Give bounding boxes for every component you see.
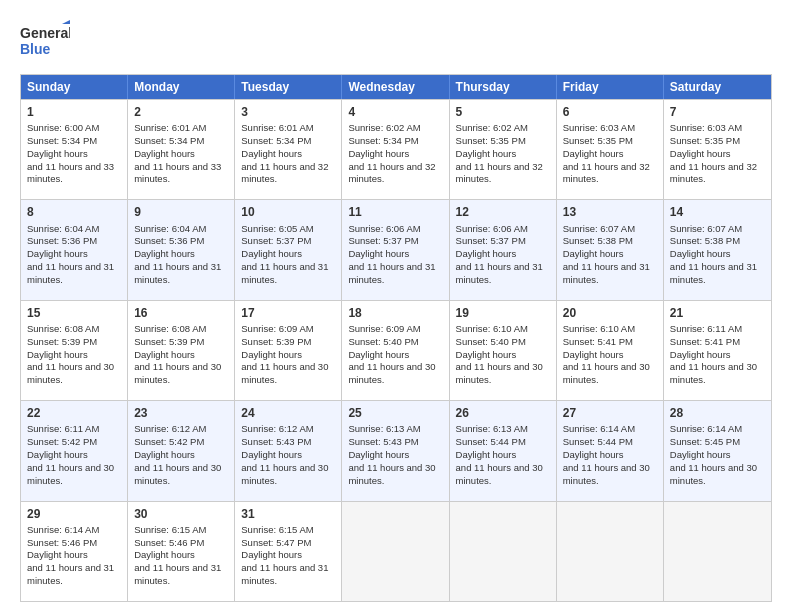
daylight-duration: and 11 hours and 30 minutes. bbox=[456, 462, 543, 486]
day-cell-3: 3 Sunrise: 6:01 AM Sunset: 5:34 PM Dayli… bbox=[235, 100, 342, 199]
daylight-duration: and 11 hours and 31 minutes. bbox=[670, 261, 757, 285]
daylight-duration: and 11 hours and 30 minutes. bbox=[241, 361, 328, 385]
sunrise: Sunrise: 6:11 AM bbox=[27, 423, 99, 434]
day-number: 6 bbox=[563, 104, 657, 120]
week-row-3: 15 Sunrise: 6:08 AM Sunset: 5:39 PM Dayl… bbox=[21, 300, 771, 400]
sunrise: Sunrise: 6:12 AM bbox=[241, 423, 313, 434]
daylight-duration: and 11 hours and 32 minutes. bbox=[241, 161, 328, 185]
day-number: 21 bbox=[670, 305, 765, 321]
empty-cell bbox=[450, 502, 557, 601]
day-cell-16: 16 Sunrise: 6:08 AM Sunset: 5:39 PM Dayl… bbox=[128, 301, 235, 400]
day-number: 25 bbox=[348, 405, 442, 421]
daylight-duration: and 11 hours and 31 minutes. bbox=[456, 261, 543, 285]
logo: General Blue bbox=[20, 20, 70, 64]
day-number: 19 bbox=[456, 305, 550, 321]
sunrise: Sunrise: 6:06 AM bbox=[456, 223, 528, 234]
sunrise: Sunrise: 6:13 AM bbox=[348, 423, 420, 434]
daylight-duration: and 11 hours and 32 minutes. bbox=[670, 161, 757, 185]
sunrise: Sunrise: 6:15 AM bbox=[241, 524, 313, 535]
sunset: Sunset: 5:40 PM bbox=[456, 336, 526, 347]
day-cell-29: 29 Sunrise: 6:14 AM Sunset: 5:46 PM Dayl… bbox=[21, 502, 128, 601]
day-cell-2: 2 Sunrise: 6:01 AM Sunset: 5:34 PM Dayli… bbox=[128, 100, 235, 199]
sunrise: Sunrise: 6:09 AM bbox=[241, 323, 313, 334]
day-cell-15: 15 Sunrise: 6:08 AM Sunset: 5:39 PM Dayl… bbox=[21, 301, 128, 400]
sunset: Sunset: 5:37 PM bbox=[456, 235, 526, 246]
sunset: Sunset: 5:34 PM bbox=[241, 135, 311, 146]
day-number: 13 bbox=[563, 204, 657, 220]
sunrise: Sunrise: 6:14 AM bbox=[670, 423, 742, 434]
sunset: Sunset: 5:38 PM bbox=[563, 235, 633, 246]
day-cell-26: 26 Sunrise: 6:13 AM Sunset: 5:44 PM Dayl… bbox=[450, 401, 557, 500]
sunrise: Sunrise: 6:02 AM bbox=[456, 122, 528, 133]
daylight-label: Daylight hours bbox=[27, 449, 88, 460]
day-cell-28: 28 Sunrise: 6:14 AM Sunset: 5:45 PM Dayl… bbox=[664, 401, 771, 500]
day-number: 5 bbox=[456, 104, 550, 120]
day-number: 28 bbox=[670, 405, 765, 421]
daylight-duration: and 11 hours and 30 minutes. bbox=[563, 361, 650, 385]
sunrise: Sunrise: 6:10 AM bbox=[563, 323, 635, 334]
calendar-body: 1 Sunrise: 6:00 AM Sunset: 5:34 PM Dayli… bbox=[21, 99, 771, 601]
daylight-duration: and 11 hours and 31 minutes. bbox=[563, 261, 650, 285]
sunrise: Sunrise: 6:05 AM bbox=[241, 223, 313, 234]
sunset: Sunset: 5:35 PM bbox=[670, 135, 740, 146]
sunrise: Sunrise: 6:02 AM bbox=[348, 122, 420, 133]
daylight-label: Daylight hours bbox=[456, 449, 517, 460]
daylight-duration: and 11 hours and 32 minutes. bbox=[348, 161, 435, 185]
week-row-2: 8 Sunrise: 6:04 AM Sunset: 5:36 PM Dayli… bbox=[21, 199, 771, 299]
daylight-label: Daylight hours bbox=[670, 349, 731, 360]
sunset: Sunset: 5:34 PM bbox=[27, 135, 97, 146]
daylight-duration: and 11 hours and 31 minutes. bbox=[241, 562, 328, 586]
daylight-duration: and 11 hours and 30 minutes. bbox=[348, 361, 435, 385]
sunrise: Sunrise: 6:15 AM bbox=[134, 524, 206, 535]
daylight-label: Daylight hours bbox=[670, 449, 731, 460]
sunrise: Sunrise: 6:09 AM bbox=[348, 323, 420, 334]
day-cell-9: 9 Sunrise: 6:04 AM Sunset: 5:36 PM Dayli… bbox=[128, 200, 235, 299]
daylight-duration: and 11 hours and 33 minutes. bbox=[134, 161, 221, 185]
day-number: 31 bbox=[241, 506, 335, 522]
day-cell-17: 17 Sunrise: 6:09 AM Sunset: 5:39 PM Dayl… bbox=[235, 301, 342, 400]
day-number: 2 bbox=[134, 104, 228, 120]
daylight-duration: and 11 hours and 30 minutes. bbox=[27, 361, 114, 385]
daylight-label: Daylight hours bbox=[241, 248, 302, 259]
daylight-duration: and 11 hours and 30 minutes. bbox=[27, 462, 114, 486]
day-cell-23: 23 Sunrise: 6:12 AM Sunset: 5:42 PM Dayl… bbox=[128, 401, 235, 500]
daylight-label: Daylight hours bbox=[134, 148, 195, 159]
week-row-1: 1 Sunrise: 6:00 AM Sunset: 5:34 PM Dayli… bbox=[21, 99, 771, 199]
sunset: Sunset: 5:40 PM bbox=[348, 336, 418, 347]
day-cell-24: 24 Sunrise: 6:12 AM Sunset: 5:43 PM Dayl… bbox=[235, 401, 342, 500]
sunrise: Sunrise: 6:01 AM bbox=[134, 122, 206, 133]
day-number: 10 bbox=[241, 204, 335, 220]
day-number: 29 bbox=[27, 506, 121, 522]
sunset: Sunset: 5:47 PM bbox=[241, 537, 311, 548]
sunrise: Sunrise: 6:11 AM bbox=[670, 323, 742, 334]
header-day-tuesday: Tuesday bbox=[235, 75, 342, 99]
logo-icon: General Blue bbox=[20, 20, 70, 64]
day-number: 26 bbox=[456, 405, 550, 421]
sunset: Sunset: 5:41 PM bbox=[563, 336, 633, 347]
daylight-label: Daylight hours bbox=[670, 148, 731, 159]
day-cell-21: 21 Sunrise: 6:11 AM Sunset: 5:41 PM Dayl… bbox=[664, 301, 771, 400]
daylight-duration: and 11 hours and 31 minutes. bbox=[348, 261, 435, 285]
sunrise: Sunrise: 6:03 AM bbox=[670, 122, 742, 133]
sunset: Sunset: 5:35 PM bbox=[456, 135, 526, 146]
daylight-label: Daylight hours bbox=[241, 148, 302, 159]
daylight-label: Daylight hours bbox=[348, 148, 409, 159]
sunset: Sunset: 5:46 PM bbox=[134, 537, 204, 548]
sunset: Sunset: 5:45 PM bbox=[670, 436, 740, 447]
day-number: 7 bbox=[670, 104, 765, 120]
sunrise: Sunrise: 6:13 AM bbox=[456, 423, 528, 434]
daylight-duration: and 11 hours and 30 minutes. bbox=[670, 462, 757, 486]
daylight-label: Daylight hours bbox=[134, 449, 195, 460]
week-row-5: 29 Sunrise: 6:14 AM Sunset: 5:46 PM Dayl… bbox=[21, 501, 771, 601]
day-cell-18: 18 Sunrise: 6:09 AM Sunset: 5:40 PM Dayl… bbox=[342, 301, 449, 400]
daylight-label: Daylight hours bbox=[563, 449, 624, 460]
daylight-duration: and 11 hours and 31 minutes. bbox=[134, 562, 221, 586]
page: General Blue SundayMondayTuesdayWednesda… bbox=[0, 0, 792, 612]
day-number: 9 bbox=[134, 204, 228, 220]
daylight-duration: and 11 hours and 30 minutes. bbox=[241, 462, 328, 486]
day-number: 8 bbox=[27, 204, 121, 220]
sunset: Sunset: 5:41 PM bbox=[670, 336, 740, 347]
sunrise: Sunrise: 6:06 AM bbox=[348, 223, 420, 234]
daylight-label: Daylight hours bbox=[134, 248, 195, 259]
sunset: Sunset: 5:43 PM bbox=[348, 436, 418, 447]
